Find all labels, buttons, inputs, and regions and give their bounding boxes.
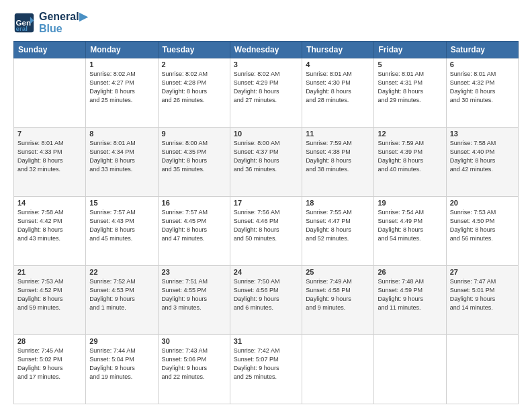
day-number: 25 bbox=[306, 268, 370, 276]
calendar-cell: 12Sunrise: 7:59 AMSunset: 4:39 PMDayligh… bbox=[374, 128, 446, 197]
day-number: 22 bbox=[89, 268, 154, 276]
week-row-2: 14Sunrise: 7:58 AMSunset: 4:42 PMDayligh… bbox=[14, 197, 519, 266]
calendar-cell: 6Sunrise: 8:01 AMSunset: 4:32 PMDaylight… bbox=[446, 58, 518, 128]
weekday-wednesday: Wednesday bbox=[230, 42, 302, 58]
day-number: 27 bbox=[450, 268, 515, 276]
calendar-cell: 28Sunrise: 7:45 AMSunset: 5:02 PMDayligh… bbox=[14, 335, 86, 404]
calendar-cell: 5Sunrise: 8:01 AMSunset: 4:31 PMDaylight… bbox=[374, 58, 446, 128]
day-number: 4 bbox=[306, 60, 370, 68]
week-row-0: 1Sunrise: 8:02 AMSunset: 4:27 PMDaylight… bbox=[14, 58, 519, 128]
calendar-cell bbox=[446, 335, 518, 404]
calendar-cell: 9Sunrise: 8:00 AMSunset: 4:35 PMDaylight… bbox=[158, 128, 230, 197]
day-number: 17 bbox=[234, 199, 298, 207]
calendar-cell: 26Sunrise: 7:48 AMSunset: 4:59 PMDayligh… bbox=[374, 266, 446, 335]
cell-content: Sunrise: 7:44 AMSunset: 5:04 PMDaylight:… bbox=[89, 347, 154, 381]
calendar-cell: 27Sunrise: 7:47 AMSunset: 5:01 PMDayligh… bbox=[446, 266, 518, 335]
cell-content: Sunrise: 7:53 AMSunset: 4:52 PMDaylight:… bbox=[17, 277, 82, 312]
day-number: 15 bbox=[89, 199, 154, 207]
calendar-cell: 7Sunrise: 8:01 AMSunset: 4:33 PMDaylight… bbox=[14, 128, 86, 197]
cell-content: Sunrise: 7:48 AMSunset: 4:59 PMDaylight:… bbox=[378, 277, 442, 312]
cell-content: Sunrise: 8:01 AMSunset: 4:32 PMDaylight:… bbox=[450, 70, 515, 105]
day-number: 12 bbox=[378, 130, 442, 138]
calendar-cell: 30Sunrise: 7:43 AMSunset: 5:06 PMDayligh… bbox=[158, 335, 230, 404]
cell-content: Sunrise: 8:02 AMSunset: 4:28 PMDaylight:… bbox=[162, 70, 226, 105]
cell-content: Sunrise: 7:47 AMSunset: 5:01 PMDaylight:… bbox=[450, 277, 515, 312]
cell-content: Sunrise: 7:57 AMSunset: 4:43 PMDaylight:… bbox=[89, 208, 154, 243]
calendar-cell: 8Sunrise: 8:01 AMSunset: 4:34 PMDaylight… bbox=[86, 128, 158, 197]
calendar-cell bbox=[302, 335, 374, 404]
calendar-cell bbox=[14, 58, 86, 128]
weekday-sunday: Sunday bbox=[14, 42, 86, 58]
cell-content: Sunrise: 8:01 AMSunset: 4:31 PMDaylight:… bbox=[378, 70, 442, 105]
calendar-cell: 20Sunrise: 7:53 AMSunset: 4:50 PMDayligh… bbox=[446, 197, 518, 266]
cell-content: Sunrise: 8:01 AMSunset: 4:34 PMDaylight:… bbox=[89, 139, 154, 174]
calendar-cell: 4Sunrise: 8:01 AMSunset: 4:30 PMDaylight… bbox=[302, 58, 374, 128]
day-number: 7 bbox=[17, 130, 82, 138]
day-number: 31 bbox=[234, 337, 298, 345]
cell-content: Sunrise: 8:01 AMSunset: 4:30 PMDaylight:… bbox=[306, 70, 370, 105]
cell-content: Sunrise: 7:49 AMSunset: 4:58 PMDaylight:… bbox=[306, 277, 370, 312]
weekday-friday: Friday bbox=[374, 42, 446, 58]
cell-content: Sunrise: 7:57 AMSunset: 4:45 PMDaylight:… bbox=[162, 208, 226, 243]
cell-content: Sunrise: 8:02 AMSunset: 4:29 PMDaylight:… bbox=[234, 70, 298, 105]
calendar-cell: 17Sunrise: 7:56 AMSunset: 4:46 PMDayligh… bbox=[230, 197, 302, 266]
day-number: 2 bbox=[162, 60, 226, 68]
calendar-cell: 2Sunrise: 8:02 AMSunset: 4:28 PMDaylight… bbox=[158, 58, 230, 128]
calendar-cell: 21Sunrise: 7:53 AMSunset: 4:52 PMDayligh… bbox=[14, 266, 86, 335]
day-number: 10 bbox=[234, 130, 298, 138]
day-number: 5 bbox=[378, 60, 442, 68]
cell-content: Sunrise: 8:00 AMSunset: 4:37 PMDaylight:… bbox=[234, 139, 298, 174]
logo-text: General▶ Blue bbox=[39, 11, 87, 34]
day-number: 30 bbox=[162, 337, 226, 345]
calendar-cell: 16Sunrise: 7:57 AMSunset: 4:45 PMDayligh… bbox=[158, 197, 230, 266]
day-number: 20 bbox=[450, 199, 515, 207]
day-number: 8 bbox=[89, 130, 154, 138]
page: Gen eral General▶ Blue SundayMondayTuesd… bbox=[0, 0, 532, 411]
week-row-1: 7Sunrise: 8:01 AMSunset: 4:33 PMDaylight… bbox=[14, 128, 519, 197]
day-number: 16 bbox=[162, 199, 226, 207]
cell-content: Sunrise: 7:45 AMSunset: 5:02 PMDaylight:… bbox=[17, 347, 82, 381]
week-row-4: 28Sunrise: 7:45 AMSunset: 5:02 PMDayligh… bbox=[14, 335, 519, 404]
calendar-cell: 10Sunrise: 8:00 AMSunset: 4:37 PMDayligh… bbox=[230, 128, 302, 197]
day-number: 23 bbox=[162, 268, 226, 276]
calendar-cell: 31Sunrise: 7:42 AMSunset: 5:07 PMDayligh… bbox=[230, 335, 302, 404]
day-number: 28 bbox=[17, 337, 82, 345]
calendar-cell bbox=[374, 335, 446, 404]
cell-content: Sunrise: 7:43 AMSunset: 5:06 PMDaylight:… bbox=[162, 347, 226, 381]
calendar-cell: 19Sunrise: 7:54 AMSunset: 4:49 PMDayligh… bbox=[374, 197, 446, 266]
weekday-header-row: SundayMondayTuesdayWednesdayThursdayFrid… bbox=[14, 42, 519, 58]
cell-content: Sunrise: 8:01 AMSunset: 4:33 PMDaylight:… bbox=[17, 139, 82, 174]
day-number: 26 bbox=[378, 268, 442, 276]
cell-content: Sunrise: 7:52 AMSunset: 4:53 PMDaylight:… bbox=[89, 277, 154, 312]
calendar-cell: 25Sunrise: 7:49 AMSunset: 4:58 PMDayligh… bbox=[302, 266, 374, 335]
calendar-cell: 3Sunrise: 8:02 AMSunset: 4:29 PMDaylight… bbox=[230, 58, 302, 128]
day-number: 19 bbox=[378, 199, 442, 207]
calendar-cell: 14Sunrise: 7:58 AMSunset: 4:42 PMDayligh… bbox=[14, 197, 86, 266]
week-row-3: 21Sunrise: 7:53 AMSunset: 4:52 PMDayligh… bbox=[14, 266, 519, 335]
day-number: 29 bbox=[89, 337, 154, 345]
weekday-thursday: Thursday bbox=[302, 42, 374, 58]
calendar-table: SundayMondayTuesdayWednesdayThursdayFrid… bbox=[13, 41, 519, 404]
day-number: 18 bbox=[306, 199, 370, 207]
day-number: 13 bbox=[450, 130, 515, 138]
cell-content: Sunrise: 7:58 AMSunset: 4:42 PMDaylight:… bbox=[17, 208, 82, 243]
cell-content: Sunrise: 7:55 AMSunset: 4:47 PMDaylight:… bbox=[306, 208, 370, 243]
cell-content: Sunrise: 7:54 AMSunset: 4:49 PMDaylight:… bbox=[378, 208, 442, 243]
day-number: 14 bbox=[17, 199, 82, 207]
calendar-cell: 23Sunrise: 7:51 AMSunset: 4:55 PMDayligh… bbox=[158, 266, 230, 335]
cell-content: Sunrise: 7:56 AMSunset: 4:46 PMDaylight:… bbox=[234, 208, 298, 243]
svg-text:eral: eral bbox=[16, 25, 28, 32]
weekday-monday: Monday bbox=[86, 42, 158, 58]
calendar-cell: 24Sunrise: 7:50 AMSunset: 4:56 PMDayligh… bbox=[230, 266, 302, 335]
day-number: 24 bbox=[234, 268, 298, 276]
day-number: 11 bbox=[306, 130, 370, 138]
cell-content: Sunrise: 7:51 AMSunset: 4:55 PMDaylight:… bbox=[162, 277, 226, 312]
header: Gen eral General▶ Blue bbox=[13, 11, 519, 34]
cell-content: Sunrise: 7:59 AMSunset: 4:38 PMDaylight:… bbox=[306, 139, 370, 174]
cell-content: Sunrise: 7:58 AMSunset: 4:40 PMDaylight:… bbox=[450, 139, 515, 174]
weekday-saturday: Saturday bbox=[446, 42, 518, 58]
cell-content: Sunrise: 8:02 AMSunset: 4:27 PMDaylight:… bbox=[89, 70, 154, 105]
calendar-cell: 15Sunrise: 7:57 AMSunset: 4:43 PMDayligh… bbox=[86, 197, 158, 266]
calendar-cell: 1Sunrise: 8:02 AMSunset: 4:27 PMDaylight… bbox=[86, 58, 158, 128]
logo-icon: Gen eral bbox=[13, 12, 35, 34]
